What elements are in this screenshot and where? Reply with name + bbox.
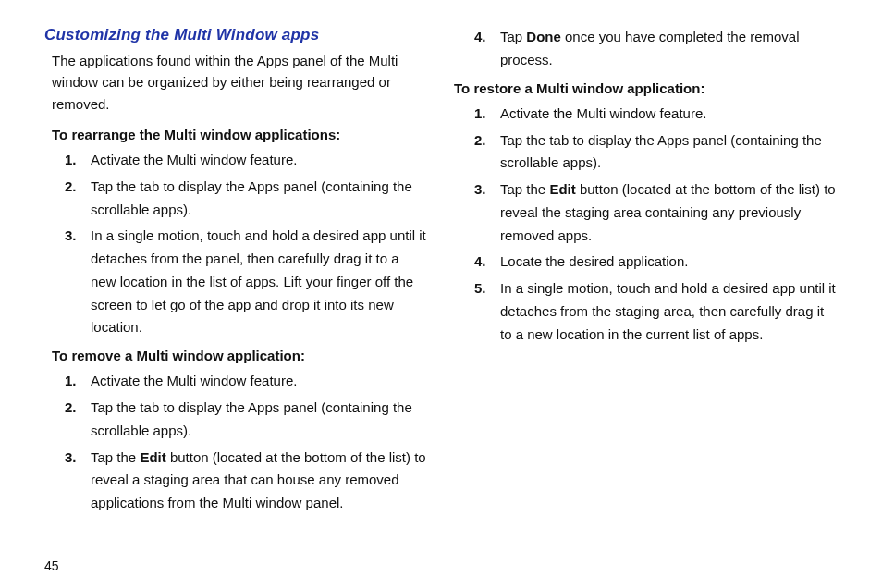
steps-remove: Activate the Multi window feature. Tap t… — [44, 370, 428, 515]
list-item: In a single motion, touch and hold a des… — [85, 225, 428, 339]
list-item: Activate the Multi window feature. — [85, 149, 428, 172]
intro-paragraph: The applications found within the Apps p… — [52, 50, 428, 115]
list-item: Locate the desired application. — [495, 251, 838, 274]
subheading-restore: To restore a Multi window application: — [454, 78, 838, 99]
column-left: Customizing the Multi Window apps The ap… — [44, 26, 428, 588]
steps-restore: Activate the Multi window feature. Tap t… — [454, 103, 838, 347]
text: Tap the — [91, 449, 140, 465]
text: Tap the — [500, 181, 549, 197]
list-item: Activate the Multi window feature. — [85, 370, 428, 393]
steps-rearrange: Activate the Multi window feature. Tap t… — [44, 149, 428, 339]
list-item: Tap the Edit button (located at the bott… — [495, 178, 838, 247]
subheading-rearrange: To rearrange the Multi window applicatio… — [52, 124, 428, 145]
list-item: Tap the tab to display the Apps panel (c… — [85, 176, 428, 222]
list-item: In a single motion, touch and hold a des… — [495, 277, 838, 346]
text: Tap — [500, 29, 526, 44]
list-item: Tap the Edit button (located at the bott… — [85, 447, 428, 515]
section-title: Customizing the Multi Window apps — [44, 26, 428, 44]
column-right: Tap Done once you have completed the rem… — [454, 26, 838, 588]
bold-text: Done — [526, 29, 561, 44]
list-item: Activate the Multi window feature. — [495, 103, 838, 126]
bold-text: Edit — [140, 449, 165, 465]
bold-text: Edit — [549, 181, 575, 197]
steps-remove-cont: Tap Done once you have completed the rem… — [454, 26, 838, 72]
list-item: Tap Done once you have completed the rem… — [495, 26, 838, 72]
subheading-remove: To remove a Multi window application: — [52, 345, 428, 366]
list-item: Tap the tab to display the Apps panel (c… — [85, 397, 428, 443]
page-number: 45 — [44, 558, 59, 573]
page-content: Customizing the Multi Window apps The ap… — [0, 0, 882, 588]
list-item: Tap the tab to display the Apps panel (c… — [495, 129, 838, 176]
